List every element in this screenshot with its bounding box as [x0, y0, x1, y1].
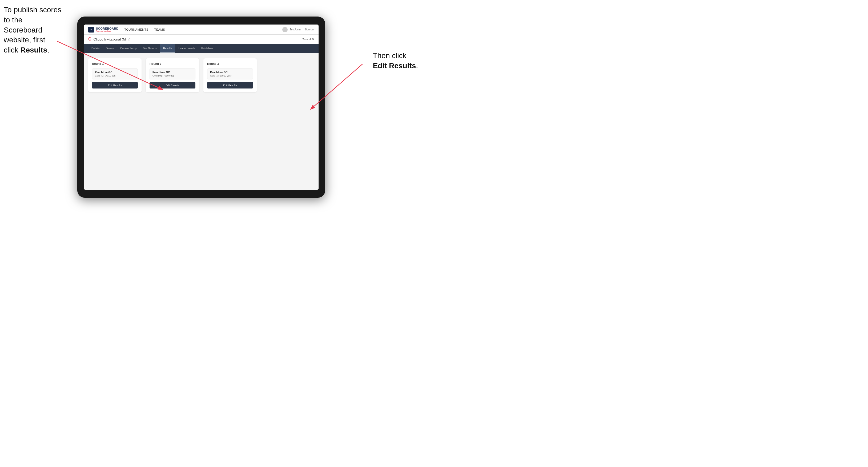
tab-details[interactable]: Details — [88, 44, 103, 53]
tournament-name: Clippd Invitational (Mini) — [94, 37, 131, 41]
annotation-left-text: To publish scoresto the Scoreboardwebsit… — [4, 6, 61, 54]
sign-out-link[interactable]: Sign out — [304, 28, 314, 31]
tab-tee-groups[interactable]: Tee Groups — [140, 44, 160, 53]
nav-links: TOURNAMENTS TEAMS — [124, 28, 277, 31]
empty-column — [261, 58, 314, 92]
round-3-course-name: Peachtree GC — [210, 71, 250, 74]
tournament-title: C Clippd Invitational (Mini) — [88, 37, 130, 41]
round-1-card: Round 1 Peachtree GC Gold (M) (7010 yds)… — [88, 58, 142, 92]
nav-bar: S SCOREBOARD Powered by clippd TOURNAMEN… — [84, 25, 318, 35]
round-2-title: Round 2 — [150, 62, 195, 65]
annotation-right-text: Then clickEdit Results. — [373, 52, 418, 70]
tab-printables[interactable]: Printables — [198, 44, 216, 53]
round-3-title: Round 3 — [207, 62, 253, 65]
rounds-grid: Round 1 Peachtree GC Gold (M) (7010 yds)… — [88, 58, 314, 92]
user-avatar — [282, 27, 288, 32]
annotation-left: To publish scoresto the Scoreboardwebsit… — [4, 5, 62, 55]
round-1-course-name: Peachtree GC — [95, 71, 135, 74]
close-icon: ✕ — [312, 38, 314, 41]
tab-teams[interactable]: Teams — [103, 44, 117, 53]
round-3-course-details: Gold (M) (7010 yds) — [210, 74, 250, 77]
cancel-button[interactable]: Cancel ✕ — [302, 38, 314, 41]
round-2-course-name: Peachtree GC — [153, 71, 192, 74]
user-name: Test User | — [290, 28, 303, 31]
tab-results[interactable]: Results — [160, 44, 175, 53]
tournament-header: C Clippd Invitational (Mini) Cancel ✕ — [84, 35, 318, 44]
nav-tournaments[interactable]: TOURNAMENTS — [124, 28, 149, 31]
tab-course-setup[interactable]: Course Setup — [117, 44, 140, 53]
edit-results-button-2[interactable]: Edit Results — [150, 82, 195, 89]
tablet-device: S SCOREBOARD Powered by clippd TOURNAMEN… — [77, 17, 325, 198]
edit-results-button-1[interactable]: Edit Results — [92, 82, 138, 89]
round-1-course-details: Gold (M) (7010 yds) — [95, 74, 135, 77]
round-3-course-card: Peachtree GC Gold (M) (7010 yds) — [207, 68, 253, 80]
tablet-screen: S SCOREBOARD Powered by clippd TOURNAMEN… — [84, 25, 318, 190]
clippd-icon: C — [88, 37, 91, 41]
nav-teams[interactable]: TEAMS — [154, 28, 165, 31]
round-2-course-details: Gold (M) (7010 yds) — [153, 74, 192, 77]
edit-results-button-3[interactable]: Edit Results — [207, 82, 253, 89]
content-area: Round 1 Peachtree GC Gold (M) (7010 yds)… — [84, 53, 318, 190]
logo-icon: S — [88, 27, 94, 33]
scoreboard-logo: S SCOREBOARD Powered by clippd — [88, 27, 118, 33]
tabs-bar: Details Teams Course Setup Tee Groups Re… — [84, 44, 318, 53]
round-1-title: Round 1 — [92, 62, 138, 65]
nav-right: Test User | Sign out — [282, 27, 314, 32]
round-1-course-card: Peachtree GC Gold (M) (7010 yds) — [92, 68, 138, 80]
annotation-right: Then clickEdit Results. — [373, 51, 418, 71]
round-3-card: Round 3 Peachtree GC Gold (M) (7010 yds)… — [204, 58, 257, 92]
round-2-card: Round 2 Peachtree GC Gold (M) (7010 yds)… — [146, 58, 199, 92]
round-2-course-card: Peachtree GC Gold (M) (7010 yds) — [150, 68, 195, 80]
tab-leaderboards[interactable]: Leaderboards — [175, 44, 198, 53]
